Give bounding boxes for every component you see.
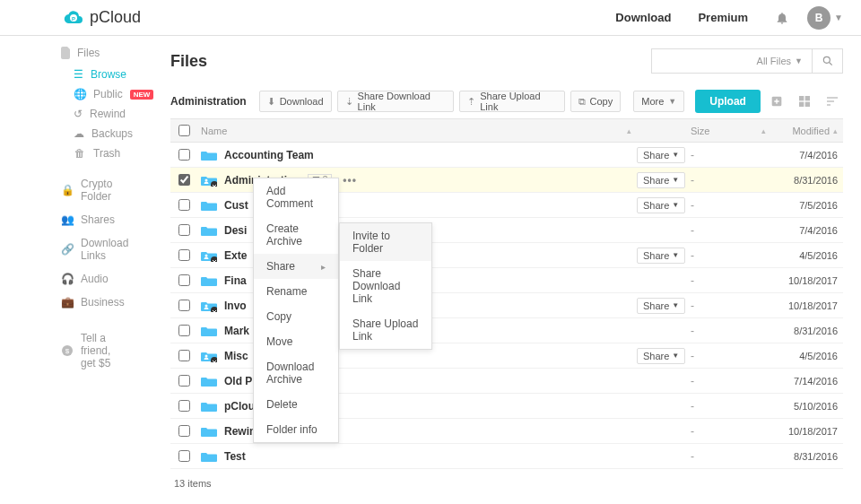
- row-checkbox[interactable]: [178, 274, 190, 286]
- row-checkbox[interactable]: [178, 174, 190, 186]
- col-size-header[interactable]: Size: [691, 126, 709, 136]
- file-name[interactable]: Cust: [224, 199, 248, 212]
- file-size: -: [691, 274, 771, 287]
- file-modified: 10/18/2017: [771, 300, 843, 311]
- ctx-share-download-link[interactable]: Share Download Link: [340, 261, 431, 311]
- breadcrumb[interactable]: Administration: [170, 95, 247, 108]
- file-modified: 8/31/2016: [771, 175, 843, 186]
- bell-icon[interactable]: [775, 11, 789, 25]
- file-name[interactable]: Misc: [224, 350, 248, 362]
- row-checkbox[interactable]: [178, 325, 190, 336]
- table-row[interactable]: Accounting TeamShare▼-7/4/2016: [170, 143, 843, 168]
- row-checkbox[interactable]: [178, 149, 190, 161]
- row-checkbox[interactable]: [178, 300, 190, 311]
- trash-icon: 🗑: [74, 147, 86, 160]
- ctx-rename[interactable]: Rename: [254, 279, 338, 304]
- sidebar-business[interactable]: 💼 Business: [61, 291, 126, 314]
- file-filter-dropdown[interactable]: All Files ▼: [651, 48, 813, 74]
- sidebar-public[interactable]: 🌐 Public NEW: [74, 84, 126, 104]
- search-button[interactable]: [813, 48, 843, 74]
- col-modified-header[interactable]: Modified: [792, 126, 830, 136]
- share-button[interactable]: Share▼: [637, 348, 685, 364]
- grid-view-button[interactable]: [794, 90, 816, 113]
- ctx-move[interactable]: Move: [254, 329, 338, 354]
- ctx-delete[interactable]: Delete: [254, 392, 338, 417]
- svg-rect-7: [799, 96, 804, 100]
- share-button[interactable]: Share▼: [637, 197, 685, 213]
- toolbar-share-upload-link[interactable]: ⇡Share Upload Link: [459, 91, 564, 112]
- sidebar-files-root[interactable]: Files: [61, 47, 126, 59]
- nav-download[interactable]: Download: [615, 11, 671, 24]
- select-all-checkbox[interactable]: [178, 125, 190, 136]
- upload-button[interactable]: Upload: [695, 90, 761, 113]
- svg-point-18: [205, 304, 208, 307]
- svg-text:$: $: [65, 347, 70, 355]
- ctx-download-archive[interactable]: Download Archive: [254, 354, 338, 392]
- avatar-caret-icon[interactable]: ▼: [834, 13, 843, 22]
- share-button[interactable]: Share▼: [637, 298, 685, 314]
- file-name[interactable]: Accounting Team: [224, 149, 314, 161]
- sidebar-tell-friend[interactable]: $ Tell a friend, get $5: [61, 326, 126, 375]
- file-size: -: [691, 174, 771, 187]
- row-checkbox[interactable]: [178, 425, 190, 437]
- file-size: -: [691, 375, 771, 387]
- sidebar-shares[interactable]: 👥 Shares: [61, 208, 126, 231]
- ctx-add-comment[interactable]: Add Comment: [254, 178, 338, 216]
- list-icon: ☰: [74, 68, 83, 81]
- file-name[interactable]: Invo: [224, 300, 247, 312]
- sidebar-rewind[interactable]: ↺ Rewind: [74, 104, 126, 124]
- ctx-create-archive[interactable]: Create Archive: [254, 216, 338, 254]
- people-icon: 👥: [61, 213, 74, 226]
- sidebar-browse[interactable]: ☰ Browse: [74, 65, 126, 84]
- item-count: 13 items: [170, 469, 843, 489]
- row-checkbox[interactable]: [178, 350, 190, 361]
- share-button[interactable]: Share▼: [637, 172, 685, 188]
- sidebar-crypto[interactable]: 🔒 Crypto Folder: [61, 172, 126, 208]
- sort-button[interactable]: [821, 90, 843, 113]
- new-folder-button[interactable]: [766, 90, 788, 113]
- sidebar-audio[interactable]: 🎧 Audio: [61, 267, 126, 291]
- sort-asc-icon: ▴: [833, 126, 838, 135]
- table-row[interactable]: Test-8/31/2016: [170, 444, 843, 469]
- file-name[interactable]: Test: [224, 450, 246, 463]
- file-size: -: [691, 300, 771, 312]
- toolbar-copy[interactable]: ⧉Copy: [570, 91, 622, 112]
- nav-premium[interactable]: Premium: [698, 11, 748, 24]
- row-checkbox[interactable]: [178, 400, 190, 412]
- share-dl-icon: ⇣: [345, 96, 353, 108]
- sidebar-download-links[interactable]: 🔗 Download Links: [61, 231, 126, 267]
- logo[interactable]: P pCloud: [63, 7, 141, 29]
- svg-point-4: [823, 56, 830, 63]
- file-name[interactable]: Exte: [224, 249, 247, 262]
- toolbar-more[interactable]: More▼: [633, 91, 684, 112]
- ctx-share[interactable]: Share▸: [254, 254, 338, 279]
- ctx-invite-folder[interactable]: Invite to Folder: [340, 223, 431, 261]
- toolbar-download[interactable]: ⬇Download: [259, 91, 332, 112]
- row-checkbox[interactable]: [178, 375, 190, 387]
- toolbar-share-download-link[interactable]: ⇣Share Download Link: [337, 91, 455, 112]
- col-name-header[interactable]: Name: [201, 126, 227, 136]
- file-size: -: [691, 249, 771, 262]
- row-checkbox[interactable]: [178, 450, 190, 462]
- ctx-copy[interactable]: Copy: [254, 304, 338, 329]
- share-ul-icon: ⇡: [467, 96, 475, 108]
- app-header: P pCloud Download Premium B ▼: [0, 0, 861, 36]
- file-modified: 4/5/2016: [771, 351, 843, 361]
- ctx-share-upload-link[interactable]: Share Upload Link: [340, 311, 431, 349]
- cloud-icon: ☁: [74, 127, 84, 140]
- more-actions-icon[interactable]: •••: [343, 174, 357, 187]
- share-button[interactable]: Share▼: [637, 147, 685, 163]
- file-size: -: [691, 199, 771, 212]
- sidebar-trash[interactable]: 🗑 Trash: [74, 143, 126, 163]
- folder-icon: [201, 325, 217, 337]
- file-name[interactable]: Mark: [224, 325, 249, 337]
- sidebar-backups[interactable]: ☁ Backups: [74, 124, 126, 143]
- file-name[interactable]: Fina: [224, 274, 247, 287]
- row-checkbox[interactable]: [178, 249, 190, 261]
- row-checkbox[interactable]: [178, 199, 190, 211]
- row-checkbox[interactable]: [178, 224, 190, 236]
- file-name[interactable]: Desi: [224, 224, 247, 237]
- avatar[interactable]: B: [807, 6, 831, 30]
- share-button[interactable]: Share▼: [637, 248, 685, 264]
- ctx-folder-info[interactable]: Folder info: [254, 417, 338, 442]
